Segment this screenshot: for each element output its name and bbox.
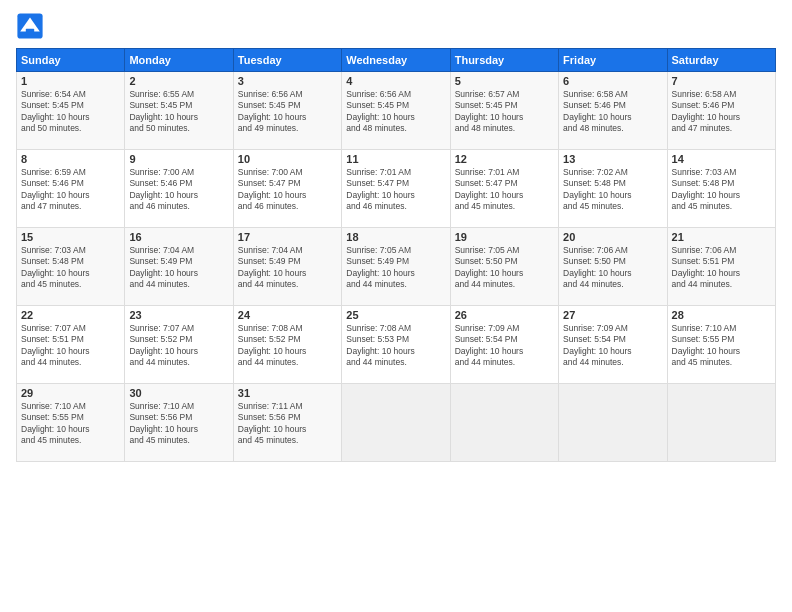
calendar-header: Sunday Monday Tuesday Wednesday Thursday… [17, 49, 776, 72]
day-info: Sunrise: 7:04 AM Sunset: 5:49 PM Dayligh… [129, 245, 228, 291]
calendar-day-cell: 27Sunrise: 7:09 AM Sunset: 5:54 PM Dayli… [559, 306, 667, 384]
calendar-day-cell: 15Sunrise: 7:03 AM Sunset: 5:48 PM Dayli… [17, 228, 125, 306]
calendar-day-cell: 29Sunrise: 7:10 AM Sunset: 5:55 PM Dayli… [17, 384, 125, 462]
day-info: Sunrise: 6:58 AM Sunset: 5:46 PM Dayligh… [563, 89, 662, 135]
calendar-body: 1Sunrise: 6:54 AM Sunset: 5:45 PM Daylig… [17, 72, 776, 462]
day-number: 5 [455, 75, 554, 87]
day-info: Sunrise: 7:09 AM Sunset: 5:54 PM Dayligh… [563, 323, 662, 369]
day-info: Sunrise: 7:05 AM Sunset: 5:50 PM Dayligh… [455, 245, 554, 291]
day-info: Sunrise: 6:56 AM Sunset: 5:45 PM Dayligh… [346, 89, 445, 135]
day-number: 7 [672, 75, 771, 87]
calendar-day-cell: 26Sunrise: 7:09 AM Sunset: 5:54 PM Dayli… [450, 306, 558, 384]
calendar-day-cell: 17Sunrise: 7:04 AM Sunset: 5:49 PM Dayli… [233, 228, 341, 306]
calendar-day-cell: 24Sunrise: 7:08 AM Sunset: 5:52 PM Dayli… [233, 306, 341, 384]
day-number: 19 [455, 231, 554, 243]
empty-cell [667, 384, 775, 462]
calendar-day-cell: 10Sunrise: 7:00 AM Sunset: 5:47 PM Dayli… [233, 150, 341, 228]
day-info: Sunrise: 6:56 AM Sunset: 5:45 PM Dayligh… [238, 89, 337, 135]
col-wednesday: Wednesday [342, 49, 450, 72]
calendar-week-row: 22Sunrise: 7:07 AM Sunset: 5:51 PM Dayli… [17, 306, 776, 384]
day-number: 1 [21, 75, 120, 87]
col-thursday: Thursday [450, 49, 558, 72]
day-info: Sunrise: 7:07 AM Sunset: 5:52 PM Dayligh… [129, 323, 228, 369]
day-info: Sunrise: 7:01 AM Sunset: 5:47 PM Dayligh… [346, 167, 445, 213]
logo [16, 12, 48, 40]
calendar-day-cell: 30Sunrise: 7:10 AM Sunset: 5:56 PM Dayli… [125, 384, 233, 462]
day-number: 16 [129, 231, 228, 243]
day-info: Sunrise: 6:58 AM Sunset: 5:46 PM Dayligh… [672, 89, 771, 135]
day-info: Sunrise: 6:55 AM Sunset: 5:45 PM Dayligh… [129, 89, 228, 135]
day-info: Sunrise: 7:00 AM Sunset: 5:47 PM Dayligh… [238, 167, 337, 213]
page-container: Sunday Monday Tuesday Wednesday Thursday… [0, 0, 792, 470]
calendar-day-cell: 31Sunrise: 7:11 AM Sunset: 5:56 PM Dayli… [233, 384, 341, 462]
day-number: 22 [21, 309, 120, 321]
calendar-day-cell: 11Sunrise: 7:01 AM Sunset: 5:47 PM Dayli… [342, 150, 450, 228]
calendar-week-row: 15Sunrise: 7:03 AM Sunset: 5:48 PM Dayli… [17, 228, 776, 306]
day-info: Sunrise: 7:06 AM Sunset: 5:51 PM Dayligh… [672, 245, 771, 291]
day-info: Sunrise: 6:59 AM Sunset: 5:46 PM Dayligh… [21, 167, 120, 213]
calendar-day-cell: 28Sunrise: 7:10 AM Sunset: 5:55 PM Dayli… [667, 306, 775, 384]
col-tuesday: Tuesday [233, 49, 341, 72]
calendar-week-row: 1Sunrise: 6:54 AM Sunset: 5:45 PM Daylig… [17, 72, 776, 150]
calendar-day-cell: 22Sunrise: 7:07 AM Sunset: 5:51 PM Dayli… [17, 306, 125, 384]
day-info: Sunrise: 7:01 AM Sunset: 5:47 PM Dayligh… [455, 167, 554, 213]
day-info: Sunrise: 7:06 AM Sunset: 5:50 PM Dayligh… [563, 245, 662, 291]
day-number: 4 [346, 75, 445, 87]
day-number: 20 [563, 231, 662, 243]
calendar-day-cell: 16Sunrise: 7:04 AM Sunset: 5:49 PM Dayli… [125, 228, 233, 306]
calendar-day-cell: 25Sunrise: 7:08 AM Sunset: 5:53 PM Dayli… [342, 306, 450, 384]
calendar-table: Sunday Monday Tuesday Wednesday Thursday… [16, 48, 776, 462]
day-info: Sunrise: 7:11 AM Sunset: 5:56 PM Dayligh… [238, 401, 337, 447]
day-number: 27 [563, 309, 662, 321]
header-row: Sunday Monday Tuesday Wednesday Thursday… [17, 49, 776, 72]
calendar-day-cell: 18Sunrise: 7:05 AM Sunset: 5:49 PM Dayli… [342, 228, 450, 306]
page-header [16, 12, 776, 40]
day-info: Sunrise: 7:10 AM Sunset: 5:55 PM Dayligh… [672, 323, 771, 369]
day-info: Sunrise: 7:09 AM Sunset: 5:54 PM Dayligh… [455, 323, 554, 369]
calendar-day-cell: 7Sunrise: 6:58 AM Sunset: 5:46 PM Daylig… [667, 72, 775, 150]
day-info: Sunrise: 7:07 AM Sunset: 5:51 PM Dayligh… [21, 323, 120, 369]
calendar-day-cell: 9Sunrise: 7:00 AM Sunset: 5:46 PM Daylig… [125, 150, 233, 228]
day-number: 6 [563, 75, 662, 87]
calendar-day-cell: 12Sunrise: 7:01 AM Sunset: 5:47 PM Dayli… [450, 150, 558, 228]
day-info: Sunrise: 7:04 AM Sunset: 5:49 PM Dayligh… [238, 245, 337, 291]
day-number: 15 [21, 231, 120, 243]
day-number: 18 [346, 231, 445, 243]
calendar-day-cell: 3Sunrise: 6:56 AM Sunset: 5:45 PM Daylig… [233, 72, 341, 150]
day-number: 28 [672, 309, 771, 321]
col-saturday: Saturday [667, 49, 775, 72]
calendar-day-cell: 13Sunrise: 7:02 AM Sunset: 5:48 PM Dayli… [559, 150, 667, 228]
day-info: Sunrise: 7:05 AM Sunset: 5:49 PM Dayligh… [346, 245, 445, 291]
day-number: 31 [238, 387, 337, 399]
day-number: 3 [238, 75, 337, 87]
calendar-day-cell: 6Sunrise: 6:58 AM Sunset: 5:46 PM Daylig… [559, 72, 667, 150]
col-friday: Friday [559, 49, 667, 72]
calendar-day-cell: 2Sunrise: 6:55 AM Sunset: 5:45 PM Daylig… [125, 72, 233, 150]
day-number: 2 [129, 75, 228, 87]
day-number: 26 [455, 309, 554, 321]
day-info: Sunrise: 7:03 AM Sunset: 5:48 PM Dayligh… [21, 245, 120, 291]
day-info: Sunrise: 7:08 AM Sunset: 5:53 PM Dayligh… [346, 323, 445, 369]
day-number: 17 [238, 231, 337, 243]
calendar-day-cell: 20Sunrise: 7:06 AM Sunset: 5:50 PM Dayli… [559, 228, 667, 306]
day-number: 12 [455, 153, 554, 165]
day-number: 10 [238, 153, 337, 165]
day-number: 8 [21, 153, 120, 165]
day-info: Sunrise: 6:57 AM Sunset: 5:45 PM Dayligh… [455, 89, 554, 135]
day-number: 30 [129, 387, 228, 399]
day-info: Sunrise: 7:02 AM Sunset: 5:48 PM Dayligh… [563, 167, 662, 213]
day-number: 24 [238, 309, 337, 321]
svg-rect-2 [26, 29, 34, 35]
day-number: 23 [129, 309, 228, 321]
calendar-day-cell: 21Sunrise: 7:06 AM Sunset: 5:51 PM Dayli… [667, 228, 775, 306]
day-number: 11 [346, 153, 445, 165]
day-number: 13 [563, 153, 662, 165]
day-number: 9 [129, 153, 228, 165]
calendar-day-cell: 14Sunrise: 7:03 AM Sunset: 5:48 PM Dayli… [667, 150, 775, 228]
day-info: Sunrise: 6:54 AM Sunset: 5:45 PM Dayligh… [21, 89, 120, 135]
day-number: 21 [672, 231, 771, 243]
day-info: Sunrise: 7:00 AM Sunset: 5:46 PM Dayligh… [129, 167, 228, 213]
calendar-day-cell: 19Sunrise: 7:05 AM Sunset: 5:50 PM Dayli… [450, 228, 558, 306]
day-info: Sunrise: 7:03 AM Sunset: 5:48 PM Dayligh… [672, 167, 771, 213]
calendar-week-row: 29Sunrise: 7:10 AM Sunset: 5:55 PM Dayli… [17, 384, 776, 462]
